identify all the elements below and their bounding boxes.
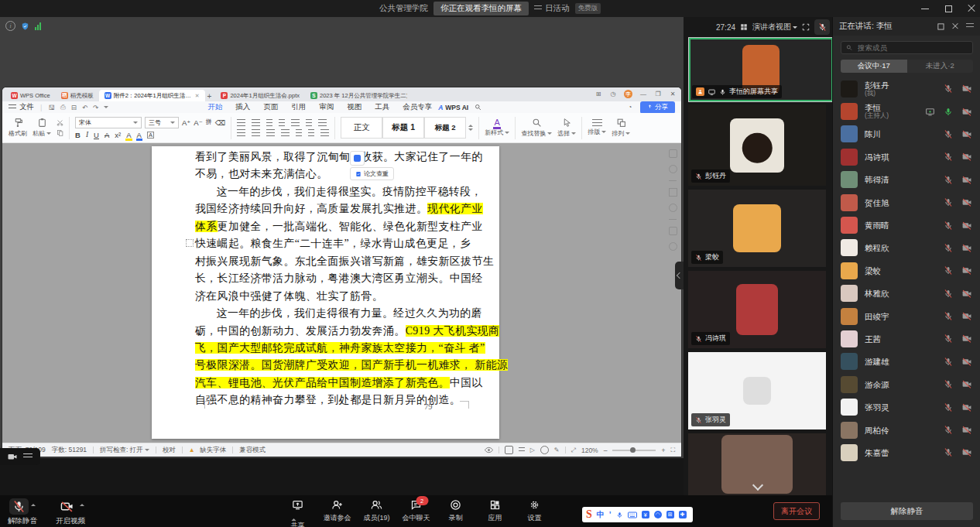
participant-row[interactable]: 田竣宇: [833, 305, 980, 327]
mic-muted-icon[interactable]: [944, 334, 953, 344]
mic-muted-icon[interactable]: [944, 197, 953, 207]
align-left-icon[interactable]: [237, 129, 245, 136]
style-heading1[interactable]: 标题 1: [382, 117, 424, 139]
italic-icon[interactable]: I: [86, 132, 88, 139]
camera-muted-icon[interactable]: [961, 84, 972, 94]
account-avatar[interactable]: 李: [624, 90, 632, 98]
recorder-overlay[interactable]: [0, 448, 40, 465]
tab-not-joined[interactable]: 未进入·2: [907, 60, 974, 73]
wps-close-icon[interactable]: ✕: [669, 91, 677, 98]
grid-view-icon[interactable]: [740, 23, 748, 31]
participant-row[interactable]: 韩得清: [833, 169, 980, 191]
menu-item-7[interactable]: 会员专享: [403, 102, 432, 112]
mic-muted-icon[interactable]: [944, 243, 953, 253]
camera-muted-icon[interactable]: [961, 289, 972, 299]
page-view-icon[interactable]: [505, 446, 513, 454]
bold-icon[interactable]: B: [75, 132, 81, 139]
camera-muted-icon[interactable]: [961, 402, 972, 412]
select-button[interactable]: 选择: [557, 118, 576, 138]
word-count[interactable]: 字数: 51291: [52, 446, 87, 455]
panel-unmute-button[interactable]: 解除静音: [841, 502, 973, 520]
menu-item-4[interactable]: 审阅: [319, 102, 334, 112]
wps-home-tab[interactable]: W WPS Office: [5, 90, 56, 101]
distribute-icon[interactable]: [296, 129, 302, 136]
align-center-icon[interactable]: [252, 129, 260, 136]
document-page[interactable]: 看到了美丽风景，取得了沉甸甸的收获。大家记住了一年的不易，也对未来充满信心。这一…: [152, 146, 499, 439]
numbered-list-icon[interactable]: [252, 119, 260, 126]
panel-menu-icon[interactable]: [966, 23, 974, 29]
paragraph-settings-icon[interactable]: [318, 119, 327, 126]
share-document-button[interactable]: 分享: [640, 101, 675, 114]
mic-muted-icon[interactable]: [944, 311, 953, 321]
wps-minimize-icon[interactable]: —: [639, 91, 647, 98]
char-shading-icon[interactable]: A: [147, 132, 154, 139]
focus-mode-icon[interactable]: [540, 446, 549, 454]
participant-row[interactable]: 周柏伶: [833, 419, 980, 441]
read-mode-icon[interactable]: ▷: [530, 447, 535, 453]
participant-row[interactable]: 朱嘉蕾: [833, 441, 980, 464]
start-video-button[interactable]: 开启视频: [56, 498, 85, 526]
document-tab-active[interactable]: W 附件2：2024年1月组织生活… ✕: [99, 90, 205, 101]
mic-muted-icon[interactable]: [944, 221, 953, 231]
maximize-icon[interactable]: [944, 5, 952, 12]
camera-muted-icon[interactable]: [961, 265, 972, 275]
participant-row[interactable]: 贺佳旭: [833, 191, 980, 214]
mic-options-caret[interactable]: [31, 501, 36, 506]
mic-on-icon[interactable]: [944, 107, 953, 117]
camera-muted-icon[interactable]: [961, 129, 972, 139]
zoom-level[interactable]: 120%: [581, 447, 598, 454]
video-thumbnail[interactable]: 彭钰丹: [688, 104, 826, 186]
wps-ai-menu[interactable]: A WPS AI: [438, 104, 468, 111]
spellcheck-status[interactable]: 拼写检查: 打开: [100, 446, 149, 455]
minimize-icon[interactable]: [921, 5, 929, 12]
record-button[interactable]: 录制: [438, 499, 473, 527]
wps-restore-icon[interactable]: ❐: [654, 91, 662, 98]
tool-icon[interactable]: [669, 219, 677, 220]
video-thumbnail[interactable]: 梁蛟: [688, 190, 826, 267]
video-thumbnail[interactable]: 张羽灵: [688, 352, 826, 429]
toolbox-icon[interactable]: ✚: [679, 511, 687, 518]
collapse-thumbnails-handle[interactable]: [675, 262, 684, 289]
network-signal-icon[interactable]: [35, 22, 41, 30]
style-heading2[interactable]: 标题 2: [424, 117, 466, 139]
audio-muted-indicator[interactable]: [814, 19, 830, 35]
participant-row[interactable]: 梁蛟: [833, 259, 980, 282]
camera-muted-icon[interactable]: [961, 197, 972, 207]
zoom-slider[interactable]: [612, 450, 656, 451]
participant-row[interactable]: 张羽灵: [833, 395, 980, 418]
camera-muted-icon[interactable]: [961, 175, 972, 185]
justify-icon[interactable]: [281, 129, 290, 136]
unmute-button[interactable]: 解除静音: [8, 498, 37, 526]
info-icon[interactable]: i: [5, 21, 15, 31]
message-icon[interactable]: ◷: [609, 91, 617, 98]
search-input[interactable]: [856, 43, 968, 53]
camera-muted-icon[interactable]: [961, 379, 972, 389]
cut-icon[interactable]: [57, 119, 63, 126]
participant-row[interactable]: 王茜: [833, 327, 980, 350]
font-color-icon[interactable]: A: [137, 132, 142, 139]
paper-check-button[interactable]: 论文查重: [350, 167, 394, 180]
mic-muted-icon[interactable]: [944, 84, 953, 94]
menu-item-2[interactable]: 页面: [263, 102, 278, 112]
invite-button[interactable]: 邀请参会: [320, 499, 355, 527]
fit-page-icon[interactable]: ⤢: [571, 447, 576, 454]
outline-view-icon[interactable]: [519, 447, 525, 453]
edit-icon[interactable]: ✎: [554, 447, 560, 453]
mic-muted-icon[interactable]: [944, 379, 953, 389]
decrease-indent-icon[interactable]: [266, 119, 272, 126]
font-size-select[interactable]: 三号: [145, 117, 179, 128]
sheet-tab[interactable]: S 2023 年 12月公共管理学院学生二支…: [305, 90, 407, 101]
tab-in-meeting[interactable]: 会议中·17: [841, 60, 907, 73]
mic-muted-icon[interactable]: [944, 425, 953, 435]
shield-icon[interactable]: [21, 22, 29, 31]
borders-icon[interactable]: [320, 129, 329, 136]
tab-close-icon[interactable]: ✕: [195, 93, 200, 99]
popout-panel-icon[interactable]: [937, 23, 944, 30]
participant-row[interactable]: 林雅欣: [833, 282, 980, 305]
strikethrough-icon[interactable]: A: [105, 132, 109, 139]
preview-icon[interactable]: ⊟: [71, 104, 77, 111]
menu-item-6[interactable]: 工具: [375, 102, 389, 112]
proofread-button[interactable]: 校对: [163, 446, 176, 455]
help-icon[interactable]: ◔: [626, 104, 634, 111]
pinyin-icon[interactable]: 拼: [206, 119, 212, 125]
